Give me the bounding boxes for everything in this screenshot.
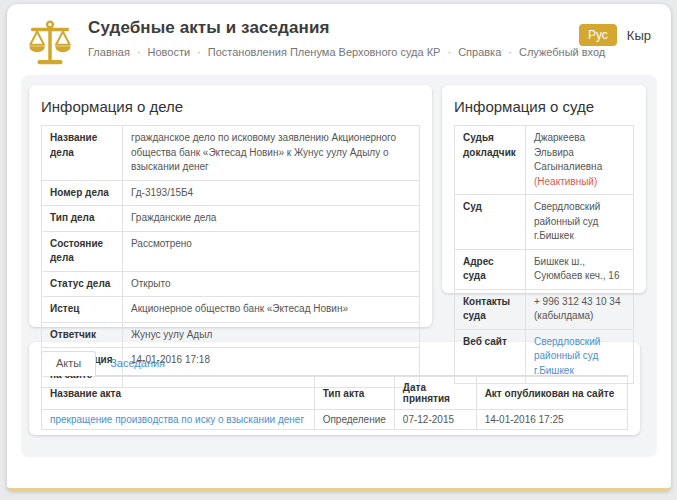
row-value: Джаркеева Эльвира Сагыналиевна (Неактивн…: [526, 126, 634, 195]
row-value: Рассмотрено: [123, 231, 420, 271]
language-switcher: Рус Кыр: [579, 24, 651, 46]
case-info-table: Название дела гражданское дело по исково…: [41, 125, 420, 388]
table-row: Веб сайт Свердловский районный суд г.Биш…: [455, 329, 634, 384]
table-row: Номер дела Гд-3193/15Б4: [42, 180, 420, 206]
row-value: Открыто: [123, 271, 420, 297]
main-container: Судебные акты и заседания Главная · Ново…: [7, 4, 671, 491]
tab-sessions[interactable]: Заседания: [96, 352, 179, 375]
tab-acts[interactable]: Акты: [41, 351, 96, 376]
act-date-published-cell: 14-01-2016 17:25: [476, 410, 627, 430]
header-text-block: Судебные акты и заседания Главная · Ново…: [88, 17, 579, 58]
row-label: Тип дела: [42, 206, 123, 232]
row-value: Гд-3193/15Б4: [123, 180, 420, 206]
row-label: Суд: [455, 195, 526, 250]
nav-item-help[interactable]: Справка: [458, 46, 501, 58]
court-website-link[interactable]: Свердловский районный суд г.Бишкек: [534, 336, 600, 376]
row-value: Свердловский районный суд г.Бишкек: [526, 195, 634, 250]
table-row: Название дела гражданское дело по исково…: [42, 126, 420, 181]
nav-separator: ·: [137, 46, 141, 58]
row-value: Гражданские дела: [123, 206, 420, 232]
judge-name: Джаркеева Эльвира Сагыналиевна: [534, 132, 602, 172]
act-row: прекращение производства по иску о взыск…: [42, 410, 628, 430]
row-label: Судья докладчик: [455, 126, 526, 195]
nav-separator: ·: [447, 46, 451, 58]
row-label: Контакты суда: [455, 289, 526, 329]
row-label: Истец: [42, 297, 123, 323]
row-value: гражданское дело по исковому заявлению А…: [123, 126, 420, 181]
court-card-title: Информация о суде: [454, 98, 634, 115]
table-row: Тип дела Гражданские дела: [42, 206, 420, 232]
court-info-card: Информация о суде Судья докладчик Джарке…: [442, 85, 646, 293]
scales-of-justice-icon: [27, 18, 73, 67]
case-card-title: Информация о деле: [41, 98, 420, 115]
nav-item-staff-login[interactable]: Служебный вход: [519, 46, 605, 58]
row-label: Веб сайт: [455, 329, 526, 384]
table-row: Суд Свердловский районный суд г.Бишкек: [455, 195, 634, 250]
nav-separator: ·: [508, 46, 512, 58]
nav-item-home[interactable]: Главная: [88, 46, 130, 58]
page-title: Судебные акты и заседания: [88, 18, 579, 38]
table-row: Адрес суда Бишкек ш., Суюмбаев кеч., 16: [455, 249, 634, 289]
row-label: Статус дела: [42, 271, 123, 297]
row-value: + 996 312 43 10 34 (кабылдама): [526, 289, 634, 329]
table-row: Истец Акционерное общество банк «Эктесад…: [42, 297, 420, 323]
nav-item-news[interactable]: Новости: [148, 46, 191, 58]
act-link[interactable]: прекращение производства по иску о взыск…: [50, 414, 304, 425]
row-value: Бишкек ш., Суюмбаев кеч., 16: [526, 249, 634, 289]
table-row: Судья докладчик Джаркеева Эльвира Сагына…: [455, 126, 634, 195]
table-row: Статус дела Открыто: [42, 271, 420, 297]
row-label: Ответчик: [42, 322, 123, 348]
table-row: Контакты суда + 996 312 43 10 34 (кабылд…: [455, 289, 634, 329]
table-row: Состояние дела Рассмотрено: [42, 231, 420, 271]
row-label: Название дела: [42, 126, 123, 181]
row-value: Акционерное общество банк «Эктесад Новин…: [123, 297, 420, 323]
nav-separator: ·: [197, 46, 201, 58]
site-header: Судебные акты и заседания Главная · Ново…: [7, 4, 671, 75]
row-label: Адрес суда: [455, 249, 526, 289]
court-info-table: Судья докладчик Джаркеева Эльвира Сагына…: [454, 125, 634, 384]
main-nav: Главная · Новости · Постановления Пленум…: [88, 46, 579, 58]
lang-kyr-link[interactable]: Кыр: [627, 28, 651, 43]
act-date-accepted-cell: 07-12-2015: [394, 410, 476, 430]
judge-status-inactive: (Неактивный): [534, 176, 597, 187]
act-name-cell: прекращение производства по иску о взыск…: [42, 410, 315, 430]
lang-rus-button[interactable]: Рус: [579, 24, 617, 46]
nav-item-plenum-resolutions[interactable]: Постановления Пленума Верховного суда КР: [208, 46, 441, 58]
case-info-card: Информация о деле Название дела гражданс…: [29, 85, 432, 327]
row-value: Свердловский районный суд г.Бишкек: [526, 329, 634, 384]
row-value: Жунус уулу Адыл: [123, 322, 420, 348]
act-type-cell: Определение: [314, 410, 394, 430]
row-label: Номер дела: [42, 180, 123, 206]
row-label: Состояние дела: [42, 231, 123, 271]
table-row: Ответчик Жунус уулу Адыл: [42, 322, 420, 348]
content-panel: Информация о деле Название дела гражданс…: [21, 75, 657, 457]
